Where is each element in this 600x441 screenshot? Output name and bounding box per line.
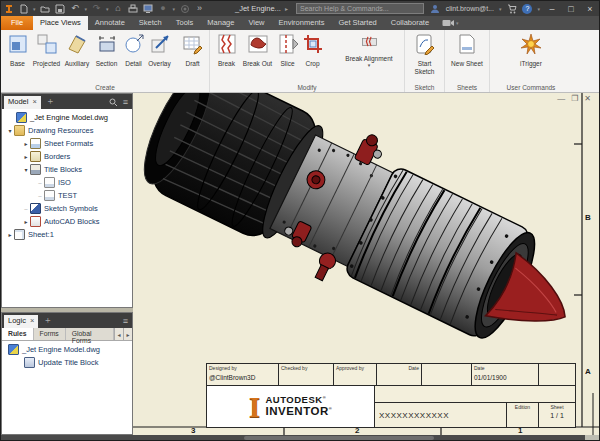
break-button[interactable]: Break [213, 31, 240, 68]
minimize-button[interactable]: – [545, 4, 559, 14]
group-label-create[interactable]: Create [1, 84, 209, 91]
itrigger-button[interactable]: iTrigger [509, 31, 553, 68]
tab-sketch[interactable]: Sketch [132, 16, 169, 30]
doc-restore-icon[interactable]: ❐ [571, 95, 578, 103]
signed-in-user[interactable]: clint.brown@t... [446, 5, 494, 12]
logic-panel-tab[interactable]: Logic× [4, 315, 38, 328]
tree-item-sheet-1[interactable]: ▸Sheet:1 [2, 228, 132, 241]
screencast-camera-icon[interactable]: ▾ [436, 16, 465, 30]
doc-minimize-icon[interactable]: — [557, 95, 565, 103]
undo-button[interactable]: ↶ [70, 3, 81, 14]
material-dropdown-icon[interactable]: ▾ [173, 6, 176, 12]
tab-scroll-left-icon[interactable]: ◂ [114, 328, 123, 340]
start-sketch-button[interactable]: Start Sketch [408, 31, 441, 76]
expand-arrow-icon[interactable]: ▸ [22, 140, 30, 147]
status-bar [1, 435, 599, 441]
logic-panel-add-button[interactable]: ＋ [43, 314, 52, 327]
tab-rules[interactable]: Rules [2, 328, 34, 340]
model-panel-tab[interactable]: Model× [4, 96, 41, 109]
auxiliary-view-button[interactable]: Auxiliary [62, 31, 92, 68]
base-view-button[interactable]: Base [4, 31, 31, 68]
document-title-dropdown-icon[interactable]: ▸ [285, 5, 288, 12]
tree-item-borders[interactable]: ▸Borders [2, 150, 132, 163]
tree-item-test[interactable]: –TEST [2, 189, 132, 202]
folder-icon [14, 125, 25, 136]
tab-scroll-right-icon[interactable]: ▸ [123, 328, 132, 340]
tab-get-started[interactable]: Get Started [331, 16, 383, 30]
browser-menu-icon[interactable]: ≡ [123, 97, 128, 107]
undo-dropdown-icon[interactable]: ▾ [85, 6, 88, 12]
slice-button[interactable]: Slice [275, 31, 300, 68]
resize-grip[interactable] [585, 435, 599, 441]
tab-annotate[interactable]: Annotate [88, 16, 132, 30]
open-button[interactable] [40, 3, 51, 14]
new-sheet-button[interactable]: New Sheet [448, 31, 486, 68]
logic-panel-close-icon[interactable]: × [30, 316, 34, 328]
logic-item-jet-engine-model[interactable]: _Jet Engine Model.dwg [2, 343, 132, 356]
horizontal-scrollbar-thumb[interactable] [244, 436, 434, 440]
break-alignment-dropdown-icon[interactable]: ▾ [368, 63, 371, 68]
redo-button[interactable]: ↷ [91, 3, 102, 14]
break-alignment-button[interactable]: Break Alignment ▾ [337, 31, 401, 68]
collapse-arrow-icon[interactable]: ▾ [6, 127, 14, 134]
doc-close-icon[interactable]: ✕ [584, 95, 591, 103]
projected-view-button[interactable]: Projected [31, 31, 62, 68]
tab-collaborate[interactable]: Collaborate [384, 16, 436, 30]
redo-dropdown-icon[interactable]: ▾ [106, 6, 109, 12]
help-button[interactable]: ? [522, 4, 532, 14]
break-out-button[interactable]: Break Out [240, 31, 275, 68]
tree-item-title-blocks[interactable]: ▾Title Blocks [2, 163, 132, 176]
drawing-canvas[interactable]: — ❐ ✕ B A 3 2 1 Designed by @ClintBrown3… [133, 93, 600, 435]
display-settings-button[interactable] [143, 3, 154, 14]
section-view-button[interactable]: Section [92, 31, 121, 68]
crop-button[interactable]: Crop [300, 31, 325, 68]
group-label-sketch[interactable]: Sketch [405, 84, 444, 91]
dwg-file-icon [8, 344, 19, 355]
logic-menu-icon[interactable]: ≡ [123, 316, 128, 326]
date-value: 01/01/1900 [474, 374, 536, 381]
print-button[interactable] [128, 3, 139, 14]
tab-manage[interactable]: Manage [200, 16, 241, 30]
close-button[interactable]: × [583, 4, 597, 14]
overlay-view-button[interactable]: Overlay [146, 31, 173, 68]
tab-place-views[interactable]: Place Views [33, 16, 88, 30]
app-store-cart-icon[interactable] [506, 3, 517, 14]
appearance-button[interactable] [179, 3, 190, 14]
maximize-button[interactable]: □ [564, 4, 578, 14]
tab-file[interactable]: File [1, 16, 33, 30]
browser-search-icon[interactable] [109, 93, 118, 111]
new-file-button[interactable] [18, 3, 29, 14]
model-panel-add-button[interactable]: ＋ [46, 95, 55, 108]
tab-environments[interactable]: Environments [272, 16, 332, 30]
model-browser-panel: Model× ＋ ≡ _Jet Engine Model.dwg ▾Drawin… [1, 93, 133, 308]
group-label-sheets[interactable]: Sheets [445, 84, 489, 91]
logic-item-update-title-block[interactable]: Update Title Block [2, 356, 132, 369]
home-button[interactable]: ⌂ [113, 3, 124, 14]
material-button[interactable]: ● [158, 3, 169, 14]
expand-arrow-icon[interactable]: ▸ [22, 153, 30, 160]
tree-item-jet-engine-model[interactable]: _Jet Engine Model.dwg [2, 111, 132, 124]
tree-item-drawing-resources[interactable]: ▾Drawing Resources [2, 124, 132, 137]
tree-item-sketch-symbols[interactable]: –Sketch Symbols [2, 202, 132, 215]
collapse-arrow-icon[interactable]: ▾ [22, 166, 30, 173]
group-label-modify[interactable]: Modify [210, 84, 404, 91]
detail-view-button[interactable]: Detail [121, 31, 146, 68]
new-file-dropdown-icon[interactable]: ▾ [33, 6, 36, 12]
model-panel-close-icon[interactable]: × [32, 97, 36, 109]
qat-overflow-button[interactable]: » [194, 3, 205, 14]
user-dropdown-icon[interactable]: ▾ [499, 6, 502, 12]
group-label-user-commands[interactable]: User Commands [490, 84, 572, 91]
tree-item-sheet-formats[interactable]: ▸Sheet Formats [2, 137, 132, 150]
tab-tools[interactable]: Tools [169, 16, 201, 30]
search-input[interactable] [296, 3, 424, 14]
expand-arrow-icon[interactable]: ▸ [22, 218, 30, 225]
help-dropdown-icon[interactable]: ▾ [537, 6, 540, 12]
tab-global-forms[interactable]: Global Forms [66, 328, 114, 340]
tree-item-autocad-blocks[interactable]: ▸AutoCAD Blocks [2, 215, 132, 228]
tab-view[interactable]: View [241, 16, 271, 30]
draft-button[interactable]: Draft [179, 31, 206, 68]
tree-item-iso[interactable]: –ISO [2, 176, 132, 189]
tab-forms[interactable]: Forms [34, 328, 66, 340]
expand-arrow-icon[interactable]: ▸ [6, 231, 14, 238]
save-button[interactable] [55, 3, 66, 14]
